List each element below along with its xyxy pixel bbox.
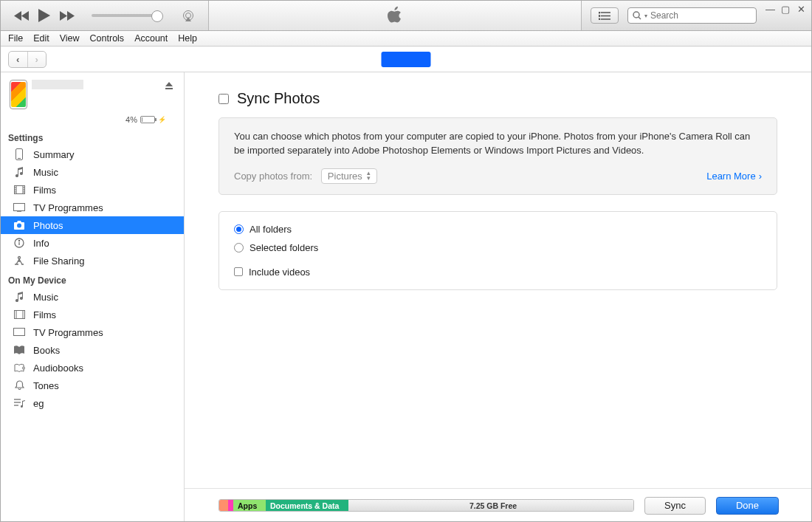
option-include-videos[interactable]: Include videos bbox=[234, 267, 762, 278]
menu-file[interactable]: File bbox=[8, 33, 23, 44]
sync-button[interactable]: Sync bbox=[644, 497, 706, 515]
device-thumbnail-icon[interactable] bbox=[10, 80, 27, 109]
footer-bar: Apps Documents & Data 7.25 GB Free Sync … bbox=[185, 488, 811, 522]
sidebar-item-label: Summary bbox=[33, 149, 75, 160]
menu-bar: File Edit View Controls Account Help bbox=[1, 31, 811, 47]
option-selected-folders[interactable]: Selected folders bbox=[234, 242, 762, 253]
search-icon bbox=[633, 11, 641, 20]
sidebar-item-label: Audiobooks bbox=[33, 363, 83, 374]
sidebar-item-label: TV Programmes bbox=[33, 202, 103, 213]
sidebar-item-label: Films bbox=[33, 309, 56, 320]
battery-percentage: 4% bbox=[125, 115, 137, 124]
menu-controls[interactable]: Controls bbox=[90, 33, 125, 44]
sidebar-item-summary[interactable]: Summary bbox=[1, 145, 184, 163]
sidebar-item-label: Films bbox=[33, 185, 56, 196]
book-icon bbox=[13, 346, 26, 354]
view-list-button[interactable] bbox=[591, 7, 619, 24]
sidebar-item-films[interactable]: Films bbox=[1, 181, 184, 199]
option-label: Include videos bbox=[249, 267, 310, 278]
nav-bar: ‹ › bbox=[1, 47, 811, 72]
window-controls: — ▢ ✕ bbox=[763, 4, 811, 27]
sidebar-item-photos[interactable]: Photos bbox=[1, 216, 184, 234]
audiobook-icon bbox=[13, 363, 26, 373]
sidebar-item-label: Info bbox=[33, 238, 49, 249]
svg-line-9 bbox=[639, 17, 641, 19]
minimize-button[interactable]: — bbox=[765, 4, 774, 15]
active-tab-chip[interactable] bbox=[382, 52, 431, 67]
option-all-folders[interactable]: All folders bbox=[234, 224, 762, 235]
source-label: Copy photos from: bbox=[234, 171, 312, 182]
nav-back-button[interactable]: ‹ bbox=[9, 52, 28, 67]
device-name bbox=[32, 80, 83, 89]
next-track-button[interactable] bbox=[60, 11, 75, 21]
sidebar-item-info[interactable]: Info bbox=[1, 234, 184, 252]
checkbox-icon bbox=[234, 267, 243, 276]
chevron-right-icon: › bbox=[759, 171, 762, 182]
sidebar-item-label: Music bbox=[33, 167, 58, 178]
svg-point-25 bbox=[18, 240, 19, 241]
tv-icon bbox=[13, 203, 26, 212]
info-box: You can choose which photos from your co… bbox=[219, 117, 777, 195]
maximize-button[interactable]: ▢ bbox=[781, 4, 790, 15]
sidebar-device-playlist-eg[interactable]: eg bbox=[1, 394, 184, 412]
sidebar-item-label: Books bbox=[33, 345, 60, 356]
close-button[interactable]: ✕ bbox=[796, 4, 805, 15]
select-arrows-icon: ▴▾ bbox=[367, 171, 371, 181]
sidebar-device-films[interactable]: Films bbox=[1, 306, 184, 323]
source-value: Pictures bbox=[328, 171, 362, 182]
source-select[interactable]: Pictures ▴▾ bbox=[321, 168, 377, 184]
search-box[interactable]: ▾ bbox=[627, 7, 757, 24]
sidebar-item-label: Music bbox=[33, 292, 58, 303]
svg-point-5 bbox=[599, 12, 600, 13]
sidebar-item-label: TV Programmes bbox=[33, 327, 103, 338]
title-bar: ▾ — ▢ ✕ bbox=[1, 1, 811, 31]
done-button[interactable]: Done bbox=[716, 497, 779, 515]
capacity-segment-free: 7.25 GB Free bbox=[348, 500, 633, 511]
sidebar-item-tv[interactable]: TV Programmes bbox=[1, 199, 184, 216]
page-title: Sync Photos bbox=[237, 90, 320, 107]
search-input[interactable] bbox=[650, 10, 761, 21]
prev-track-button[interactable] bbox=[14, 11, 29, 21]
sidebar-device-tv[interactable]: TV Programmes bbox=[1, 323, 184, 341]
main-pane: Sync Photos You can choose which photos … bbox=[185, 72, 811, 522]
sidebar-item-music[interactable]: Music bbox=[1, 163, 184, 181]
now-playing-display bbox=[208, 1, 582, 30]
info-icon bbox=[13, 238, 26, 248]
menu-edit[interactable]: Edit bbox=[33, 33, 49, 44]
capacity-segment-photos bbox=[219, 500, 228, 511]
film-icon bbox=[13, 185, 26, 194]
sidebar-device-audiobooks[interactable]: Audiobooks bbox=[1, 359, 184, 377]
svg-point-6 bbox=[599, 15, 600, 16]
nav-back-forward: ‹ › bbox=[8, 51, 47, 68]
learn-more-link[interactable]: Learn More › bbox=[706, 171, 762, 182]
volume-slider[interactable] bbox=[92, 14, 162, 17]
sidebar-device-music[interactable]: Music bbox=[1, 288, 184, 306]
menu-view[interactable]: View bbox=[60, 33, 80, 44]
device-header: 4% ⚡ bbox=[1, 72, 184, 127]
menu-help[interactable]: Help bbox=[178, 33, 197, 44]
sync-photos-checkbox[interactable] bbox=[219, 94, 229, 104]
svg-point-7 bbox=[599, 18, 600, 20]
sidebar-item-label: File Sharing bbox=[33, 255, 84, 267]
battery-icon bbox=[140, 116, 155, 123]
sidebar-device-tones[interactable]: Tones bbox=[1, 377, 184, 394]
option-label: All folders bbox=[250, 224, 292, 235]
menu-account[interactable]: Account bbox=[134, 33, 168, 44]
camera-icon bbox=[13, 221, 26, 230]
learn-more-label: Learn More bbox=[706, 171, 755, 182]
option-label: Selected folders bbox=[250, 242, 318, 253]
radio-icon bbox=[234, 243, 244, 253]
svg-rect-30 bbox=[14, 329, 25, 336]
airplay-icon[interactable] bbox=[182, 10, 195, 21]
sidebar-item-filesharing[interactable]: File Sharing bbox=[1, 252, 184, 269]
eject-icon[interactable] bbox=[165, 81, 173, 90]
nav-forward-button[interactable]: › bbox=[28, 52, 47, 67]
sidebar-item-label: eg bbox=[33, 398, 44, 409]
capacity-segment-apps: Apps bbox=[233, 500, 266, 511]
sidebar-device-books[interactable]: Books bbox=[1, 341, 184, 359]
bell-icon bbox=[13, 380, 26, 391]
playlist-icon bbox=[13, 399, 26, 408]
app-icon bbox=[13, 255, 26, 266]
play-button[interactable] bbox=[38, 9, 50, 22]
toolbar-right: ▾ bbox=[582, 7, 763, 24]
